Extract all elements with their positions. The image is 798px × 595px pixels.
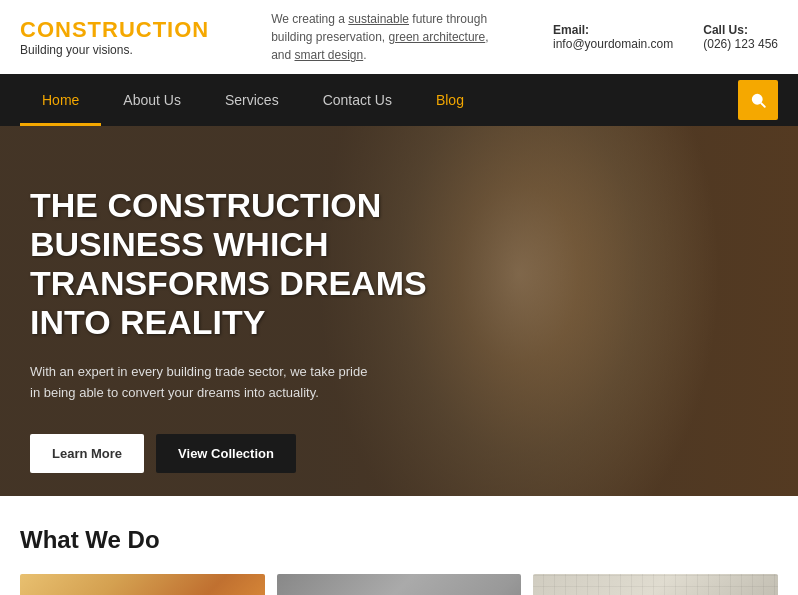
top-bar: CONSTRUCTION Building your visions. We c… bbox=[0, 0, 798, 74]
tagline: We creating a sustainable future through… bbox=[271, 10, 491, 64]
card-interior[interactable] bbox=[277, 574, 522, 595]
hero-buttons: Learn More View Collection bbox=[30, 434, 450, 473]
hero-content: THE CONSTRUCTION BUSINESS WHICH TRANSFOR… bbox=[0, 126, 480, 496]
email-value: info@yourdomain.com bbox=[553, 37, 673, 51]
nav-services[interactable]: Services bbox=[203, 74, 301, 126]
email-info: Email: info@yourdomain.com bbox=[553, 23, 673, 51]
nav-blog[interactable]: Blog bbox=[414, 74, 486, 126]
learn-more-button[interactable]: Learn More bbox=[30, 434, 144, 473]
nav-contact[interactable]: Contact Us bbox=[301, 74, 414, 126]
view-collection-button[interactable]: View Collection bbox=[156, 434, 296, 473]
phone-info: Call Us: (026) 123 456 bbox=[703, 23, 778, 51]
logo-title: CONSTRUCTION bbox=[20, 17, 209, 43]
navigation: Home About Us Services Contact Us Blog bbox=[0, 74, 798, 126]
nav-home[interactable]: Home bbox=[20, 74, 101, 126]
nav-about[interactable]: About Us bbox=[101, 74, 203, 126]
what-we-do-title: What We Do bbox=[20, 526, 778, 554]
phone-value: (026) 123 456 bbox=[703, 37, 778, 51]
search-button[interactable] bbox=[738, 80, 778, 120]
nav-links: Home About Us Services Contact Us Blog bbox=[20, 74, 486, 126]
hero-description: With an expert in every building trade s… bbox=[30, 362, 370, 404]
hero-section: THE CONSTRUCTION BUSINESS WHICH TRANSFOR… bbox=[0, 126, 798, 496]
contact-info: Email: info@yourdomain.com Call Us: (026… bbox=[553, 23, 778, 51]
phone-label: Call Us: bbox=[703, 23, 778, 37]
service-cards bbox=[20, 574, 778, 595]
email-label: Email: bbox=[553, 23, 673, 37]
hero-title: THE CONSTRUCTION BUSINESS WHICH TRANSFOR… bbox=[30, 186, 450, 342]
search-icon bbox=[749, 91, 767, 109]
card-blueprint[interactable] bbox=[533, 574, 778, 595]
logo-area: CONSTRUCTION Building your visions. bbox=[20, 17, 209, 57]
card-construction[interactable] bbox=[20, 574, 265, 595]
logo-subtitle: Building your visions. bbox=[20, 43, 209, 57]
what-we-do-section: What We Do bbox=[0, 496, 798, 595]
